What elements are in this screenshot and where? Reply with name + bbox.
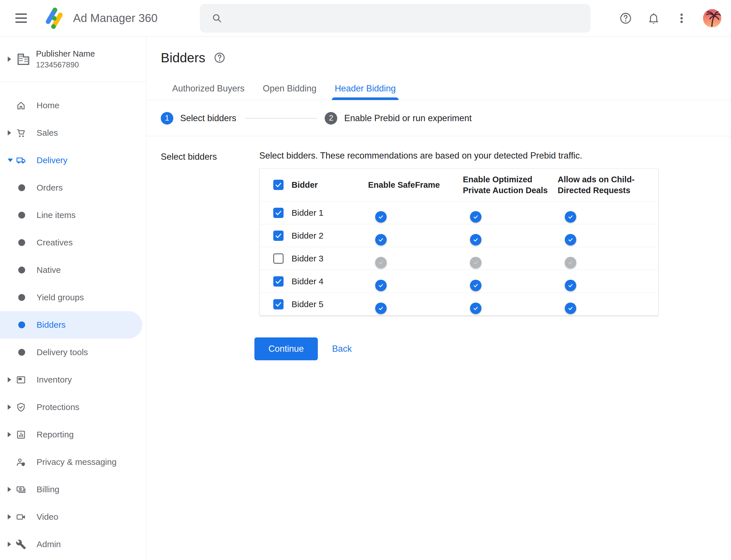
sidebar-item-label: Line items [37, 210, 76, 220]
building-icon [16, 52, 31, 67]
back-button[interactable]: Back [332, 344, 352, 354]
tab-authorized-buyers[interactable]: Authorized Buyers [172, 83, 245, 100]
expand-arrow-icon [8, 432, 11, 437]
form-actions: Continue Back [255, 337, 731, 360]
payments-icon [16, 484, 26, 495]
step-select-bidders: 1 Select bidders [161, 112, 236, 125]
search-input[interactable] [230, 4, 582, 33]
avatar[interactable] [703, 9, 721, 27]
column-header-optimized-deals: Enable Optimized Private Auction Deals [463, 174, 558, 196]
sidebar-item-admin[interactable]: Admin [0, 531, 146, 558]
ad-manager-logo-icon [42, 7, 66, 30]
sidebar-item-delivery[interactable]: Delivery [0, 147, 146, 174]
bidder-checkbox[interactable] [273, 253, 284, 264]
app-header: Ad Manager 360 [0, 0, 731, 37]
bidder-name: Bidder 1 [292, 208, 324, 218]
sidebar-item-label: Bidders [37, 320, 66, 330]
truck-icon [16, 155, 26, 166]
sidebar-item-inventory[interactable]: Inventory [0, 366, 146, 393]
select-all-checkbox[interactable] [273, 180, 284, 190]
shield-check-icon [16, 402, 26, 413]
global-search[interactable] [200, 4, 590, 33]
topbar-actions [619, 0, 721, 37]
step-label: Select bidders [180, 113, 236, 123]
tab-label: Authorized Buyers [172, 83, 245, 93]
bidder-checkbox[interactable] [273, 231, 284, 241]
sidebar-item-sales[interactable]: Sales [0, 119, 146, 147]
sidebar-item-creatives[interactable]: Creatives [0, 229, 146, 256]
stepper: 1 Select bidders 2 Enable Prebid or run … [147, 100, 731, 136]
sidebar-item-yield-groups[interactable]: Yield groups [0, 284, 146, 311]
table-row: Bidder 1 [260, 201, 658, 224]
sidebar-item-label: Home [37, 101, 59, 110]
table-header-row: Bidder Enable SafeFrame Enable Optimized… [260, 169, 658, 201]
sidebar-item-label: Yield groups [37, 293, 84, 302]
app-title: Ad Manager 360 [73, 12, 158, 25]
sidebar-item-protections[interactable]: Protections [0, 393, 146, 421]
step-connector [245, 118, 317, 119]
sidebar-item-native[interactable]: Native [0, 256, 146, 284]
sidebar-item-line-items[interactable]: Line items [0, 201, 146, 229]
sidebar-item-delivery-tools[interactable]: Delivery tools [0, 339, 146, 366]
sidebar-item-label: Inventory [37, 375, 72, 385]
notifications-bell-icon[interactable] [647, 12, 660, 25]
help-icon[interactable] [619, 12, 632, 25]
sidebar-item-billing[interactable]: Billing [0, 476, 146, 503]
sidebar-item-privacy-messaging[interactable]: Privacy & messaging [0, 448, 146, 476]
sidebar-item-label: Reporting [37, 430, 74, 439]
bidder-checkbox[interactable] [273, 299, 284, 309]
sidebar-item-label: Delivery [37, 155, 67, 165]
tab-header-bidding[interactable]: Header Bidding [335, 83, 396, 100]
bidder-name: Bidder 4 [292, 277, 324, 286]
sidebar-item-video[interactable]: Video [0, 503, 146, 531]
bidder-checkbox[interactable] [273, 208, 284, 218]
expand-arrow-icon [8, 487, 11, 492]
sidebar-item-label: Billing [37, 485, 59, 494]
more-vertical-icon[interactable] [675, 12, 688, 25]
sidebar-item-label: Privacy & messaging [37, 457, 117, 467]
expand-arrow-icon [8, 130, 11, 135]
expand-arrow-icon [8, 57, 11, 62]
tab-bar: Authorized Buyers Open Bidding Header Bi… [147, 83, 731, 100]
bidder-name: Bidder 2 [292, 231, 324, 241]
continue-button[interactable]: Continue [255, 337, 318, 360]
section-label: Select bidders [161, 151, 259, 360]
bidder-checkbox[interactable] [273, 276, 284, 287]
publisher-switcher[interactable]: Publisher Name 1234567890 [0, 37, 146, 82]
videocam-icon [16, 512, 26, 522]
sidebar-item-home[interactable]: Home [0, 92, 146, 119]
help-icon[interactable] [213, 51, 226, 64]
table-row: Bidder 5 [260, 293, 658, 315]
publisher-name: Publisher Name [36, 49, 95, 59]
expand-arrow-icon [8, 514, 11, 519]
bidder-name: Bidder 5 [292, 299, 324, 309]
sidebar-item-label: Creatives [37, 238, 73, 247]
sidebar-item-label: Admin [37, 539, 61, 549]
bullet-icon [18, 294, 25, 301]
column-header-child-directed: Allow ads on Child- Directed Requests [558, 174, 658, 196]
sidebar-item-label: Orders [37, 183, 63, 193]
tab-open-bidding[interactable]: Open Bidding [263, 83, 317, 100]
section-description: Select bidders. These recommendations ar… [259, 151, 731, 161]
sidebar-nav: Home Sales Delivery [0, 82, 146, 558]
sidebar: Publisher Name 1234567890 Home Sales [0, 37, 147, 560]
step-label: Enable Prebid or run experiment [344, 113, 471, 123]
page-title: Bidders [161, 50, 205, 66]
sidebar-item-bidders[interactable]: Bidders [0, 311, 142, 339]
bullet-icon [18, 239, 25, 246]
hamburger-menu-icon[interactable] [15, 13, 27, 23]
main-content: Bidders Authorized Buyers Open Bidding H… [147, 37, 731, 560]
expand-arrow-icon [8, 542, 11, 547]
sidebar-item-label: Protections [37, 402, 79, 412]
bidder-name: Bidder 3 [292, 254, 324, 263]
sidebar-item-reporting[interactable]: Reporting [0, 421, 146, 448]
tab-label: Header Bidding [335, 83, 396, 93]
publisher-network-code: 1234567890 [36, 61, 95, 69]
bullet-icon [18, 267, 25, 273]
sidebar-item-orders[interactable]: Orders [0, 174, 146, 201]
bullet-icon [18, 184, 25, 191]
sidebar-item-label: Native [37, 265, 61, 275]
home-icon [16, 100, 26, 111]
search-icon [211, 13, 223, 24]
column-header-safeframe: Enable SafeFrame [368, 179, 463, 190]
